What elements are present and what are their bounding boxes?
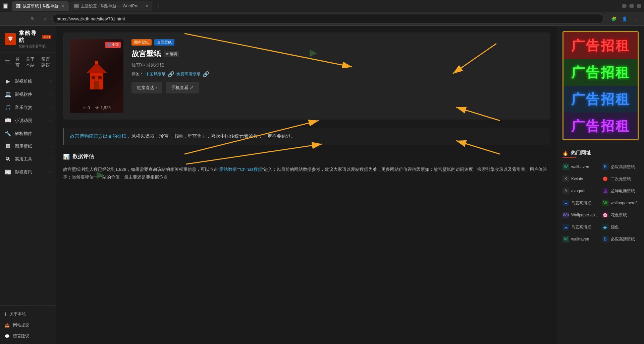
sidebar-label-3: 小说动漫 [15,118,32,124]
hot-item-jiongyu[interactable]: 🐟 囧鱼 [602,222,639,232]
ad-text-2: 广告招租 [571,63,630,82]
hot-item-kwiaty[interactable]: K Kwiaty [562,174,599,184]
sidebar-item-3[interactable]: 📖 小说动漫 › [0,114,56,127]
link-direct-button[interactable]: 链接直达 › [131,82,162,93]
sidebar-item-5[interactable]: 🖼 图库壁纸 › [0,140,56,153]
sidebar-icon-5: 🖼 [5,143,11,149]
hot-item-wallpaperscraft[interactable]: W wallpaperscraft [602,198,639,208]
address-text: https://www.zkdh.net/sites/781.html [57,16,125,21]
new-tab-button[interactable]: + [154,1,163,11]
footer-submit[interactable]: 📤 网站提交 [0,320,56,331]
footer-about[interactable]: ℹ 关于本站 [0,308,56,320]
hot-item-mengkun[interactable]: 孟 孟坤电脑壁纸 [602,186,639,196]
footer-about-icon: ℹ [5,312,6,317]
home-button[interactable]: ⌂ [40,14,50,23]
menu-toggle[interactable]: ☰ [5,59,10,66]
logo-icon: 掌 [5,33,16,45]
maximize-button[interactable] [629,4,634,8]
footer-feedback[interactable]: 💬 留言建议 [0,331,56,342]
sidebar-icon-1: 💻 [5,91,11,97]
footer-submit-label: 网站提交 [13,322,29,328]
address-input[interactable]: https://www.zkdh.net/sites/781.html [52,14,604,23]
site-logo: 掌 掌酷导航 .NET 您的专业影音导航 [0,26,56,53]
tab-favicon-2: ⚙ [74,4,79,8]
ad-text-4: 广告招租 [571,117,630,135]
site-tags: 图库壁纸 桌面壁纸 [131,39,543,46]
jiongyu-label: 囧鱼 [611,224,619,230]
tag-type[interactable]: 桌面壁纸 [154,39,174,46]
hot-item-wuyun2[interactable]: ☁ 乌云高清壁... [562,222,599,232]
tab-close-1[interactable]: ✕ [62,4,65,8]
ad-row-2[interactable]: 广告招租 [564,59,638,86]
close-button[interactable] [637,4,641,8]
hot-sites-label: 热门网址 [571,150,591,156]
profile-icon[interactable]: 👤 [620,14,629,23]
hot-grid: W wallhaven B 必应高清壁纸 K Kwiaty 🔴 二次元壁纸 A [562,162,639,244]
ad-row-3[interactable]: 广告招租 [564,86,638,113]
hot-item-wallhaven[interactable]: W wallhaven [562,162,599,171]
logo-text: 掌酷导航 [19,30,41,44]
hot-item-huase[interactable]: 🌸 花色壁纸 [602,210,639,220]
desc-link[interactable]: 故宫博物院官方出品的壁纸 [70,133,126,139]
sidebar-icon-0: ▶ [5,78,11,84]
logo-sub: 您的专业影音导航 [19,44,51,49]
more-icon[interactable]: ⋯ [631,14,640,23]
nav-header: ☰ 首页 关于本站 留言建议 [0,53,56,72]
forward-button[interactable]: → [16,14,25,23]
label-free-hd[interactable]: 免费高清壁纸 [176,71,201,77]
hot-item-wuyun1[interactable]: ☁ 乌云高清壁... [562,198,599,208]
tab-close-2[interactable]: ✕ [145,4,148,8]
wallhaven2-icon: W [562,236,569,243]
hot-item-wallpaper-ab[interactable]: Wp Wallpaper ab... [562,210,599,220]
edit-badge[interactable]: ✏ 编辑 [164,51,179,57]
sidebar-menu: ▶ 影视前线 › 💻 影视软件 › 🎵 音乐欣赏 › [0,72,56,305]
sidebar-item-4[interactable]: 🔧 解析插件 › [0,127,56,140]
sidebar-item-6[interactable]: 🛠 实用工具 › [0,153,56,165]
mengkun-label: 孟坤电脑壁纸 [611,188,635,194]
sidebar-item-2[interactable]: 🎵 音乐欣赏 › [0,101,56,114]
svg-rect-5 [95,61,98,64]
sidebar-item-7[interactable]: 📰 影视资讯 › [0,165,56,179]
ad-row-4[interactable]: 广告招租 [564,113,638,139]
nav-feedback[interactable]: 留言建议 [41,56,51,68]
wallpaper-ab-label: Wallpaper ab... [571,213,598,217]
hot-item-avogadr[interactable]: A avogadr [562,186,599,196]
reload-button[interactable]: ↻ [28,14,38,23]
browser-chrome: ⬜ 🖼 故宫壁纸 | 掌酷导航 ✕ ⚙ 主题设置 · 掌酷导航 — WordPr… [0,0,644,26]
hot-sites-title: 🔥 热门网址 [562,150,639,156]
sidebar-label-1: 影视软件 [15,91,32,97]
wuyun1-label: 乌云高清壁... [571,200,595,206]
extensions-icon[interactable]: 🧩 [609,14,619,23]
nav-about[interactable]: 关于本站 [26,56,36,68]
avogadr-label: avogadr [571,189,586,193]
mobile-view-button[interactable]: 手机查看 ⤢ [166,82,199,93]
minimize-button[interactable] [622,4,627,8]
sidebar-item-0[interactable]: ▶ 影视前线 › [0,75,56,88]
2d-label: 二次元壁纸 [611,176,631,182]
bing-icon: B [602,163,609,170]
hot-item-2d[interactable]: 🔴 二次元壁纸 [602,174,639,184]
sidebar-arrow-0: › [50,79,51,83]
aizhan-link[interactable]: 爱站数据 [219,167,237,172]
hot-item-wallhaven2[interactable]: W wallhaven [562,234,599,244]
hot-item-bing2[interactable]: B 必应高清壁纸 [602,234,639,244]
tab-inactive[interactable]: ⚙ 主题设置 · 掌酷导航 — WordPre... ✕ [70,1,152,11]
svg-rect-2 [94,81,99,89]
back-button[interactable]: ← [4,14,13,23]
sidebar: 掌 掌酷导航 .NET 您的专业影音导航 ☰ 首页 关于本站 留言建议 ▶ 影视… [0,26,56,344]
ad-row-1[interactable]: 广告招租 [564,32,638,59]
wallpaperscraft-label: wallpaperscraft [611,201,638,205]
chinaz-link[interactable]: Chinaz数据 [240,167,262,172]
hot-item-bing[interactable]: B 必应高清壁纸 [602,162,639,171]
site-card: 🌐 中国 ☆ 0 [63,32,550,120]
bing2-icon: B [602,236,609,243]
nav-home[interactable]: 首页 [15,56,20,68]
tab-active[interactable]: 🖼 故宫壁纸 | 掌酷导航 ✕ [12,1,69,11]
sidebar-arrow-6: › [50,157,51,161]
label-china-style[interactable]: 中国风壁纸 [146,71,166,77]
svg-rect-4 [98,76,102,79]
tag-category[interactable]: 图库壁纸 [131,39,152,46]
2d-icon: 🔴 [602,176,609,182]
sidebar-item-1[interactable]: 💻 影视软件 › [0,88,56,101]
sidebar-label-7: 影视资讯 [15,169,32,175]
